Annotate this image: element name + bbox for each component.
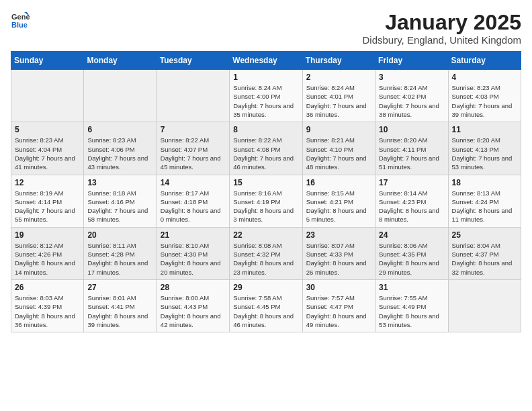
day-info: Sunrise: 8:24 AM Sunset: 4:02 PM Dayligh… — [379, 83, 444, 119]
calendar-day-cell: 22Sunrise: 8:08 AM Sunset: 4:32 PM Dayli… — [230, 227, 302, 279]
calendar-day-cell — [157, 70, 229, 122]
calendar-day-cell: 17Sunrise: 8:14 AM Sunset: 4:23 PM Dayli… — [375, 175, 448, 227]
day-number: 30 — [306, 283, 371, 292]
day-number: 22 — [233, 230, 298, 240]
day-info: Sunrise: 7:58 AM Sunset: 4:45 PM Dayligh… — [233, 293, 298, 329]
day-number: 21 — [161, 230, 226, 240]
calendar-day-cell: 21Sunrise: 8:10 AM Sunset: 4:30 PM Dayli… — [157, 227, 229, 279]
calendar-day-cell: 31Sunrise: 7:55 AM Sunset: 4:49 PM Dayli… — [375, 279, 448, 332]
logo-icon: General Blue — [11, 11, 30, 30]
day-info: Sunrise: 7:57 AM Sunset: 4:47 PM Dayligh… — [306, 293, 371, 329]
day-number: 14 — [161, 178, 226, 187]
calendar-day-cell: 26Sunrise: 8:03 AM Sunset: 4:39 PM Dayli… — [11, 279, 84, 332]
day-number: 17 — [379, 178, 444, 187]
location: Didsbury, England, United Kingdom — [362, 34, 521, 46]
day-number: 3 — [379, 73, 444, 82]
day-number: 4 — [452, 73, 517, 82]
calendar-day-cell: 14Sunrise: 8:17 AM Sunset: 4:18 PM Dayli… — [157, 175, 229, 227]
calendar-day-cell: 24Sunrise: 8:06 AM Sunset: 4:35 PM Dayli… — [375, 227, 448, 279]
day-number: 27 — [87, 283, 152, 292]
day-info: Sunrise: 8:23 AM Sunset: 4:03 PM Dayligh… — [452, 83, 517, 119]
day-number: 31 — [379, 283, 444, 292]
day-number: 29 — [233, 283, 298, 292]
day-info: Sunrise: 8:06 AM Sunset: 4:35 PM Dayligh… — [379, 241, 444, 277]
day-info: Sunrise: 8:08 AM Sunset: 4:32 PM Dayligh… — [233, 241, 298, 277]
calendar-day-cell: 3Sunrise: 8:24 AM Sunset: 4:02 PM Daylig… — [375, 70, 448, 122]
calendar-day-cell: 25Sunrise: 8:04 AM Sunset: 4:37 PM Dayli… — [448, 227, 521, 279]
logo: General Blue — [11, 11, 30, 30]
month-title: January 2025 — [362, 11, 521, 34]
day-number: 20 — [87, 230, 152, 240]
day-info: Sunrise: 8:14 AM Sunset: 4:23 PM Dayligh… — [379, 189, 444, 224]
day-number: 5 — [15, 125, 80, 134]
day-of-week-header: Tuesday — [157, 52, 229, 70]
day-of-week-header: Wednesday — [230, 52, 302, 70]
day-number: 8 — [233, 125, 298, 134]
day-info: Sunrise: 8:24 AM Sunset: 4:00 PM Dayligh… — [233, 83, 298, 119]
calendar-day-cell — [84, 70, 157, 122]
calendar-day-cell: 12Sunrise: 8:19 AM Sunset: 4:14 PM Dayli… — [11, 175, 84, 227]
day-info: Sunrise: 8:16 AM Sunset: 4:19 PM Dayligh… — [233, 189, 298, 224]
calendar-week-row: 5Sunrise: 8:23 AM Sunset: 4:04 PM Daylig… — [11, 122, 521, 175]
day-number: 16 — [306, 178, 371, 187]
calendar-day-cell: 27Sunrise: 8:01 AM Sunset: 4:41 PM Dayli… — [84, 279, 157, 332]
calendar-day-cell: 18Sunrise: 8:13 AM Sunset: 4:24 PM Dayli… — [448, 175, 521, 227]
day-info: Sunrise: 8:23 AM Sunset: 4:06 PM Dayligh… — [87, 136, 152, 171]
day-info: Sunrise: 8:10 AM Sunset: 4:30 PM Dayligh… — [161, 241, 226, 277]
day-of-week-header: Monday — [84, 52, 157, 70]
day-info: Sunrise: 8:19 AM Sunset: 4:14 PM Dayligh… — [15, 189, 80, 224]
day-info: Sunrise: 8:18 AM Sunset: 4:16 PM Dayligh… — [87, 189, 152, 224]
calendar-day-cell: 29Sunrise: 7:58 AM Sunset: 4:45 PM Dayli… — [230, 279, 302, 332]
day-info: Sunrise: 8:11 AM Sunset: 4:28 PM Dayligh… — [87, 241, 152, 277]
day-info: Sunrise: 8:20 AM Sunset: 4:13 PM Dayligh… — [452, 136, 517, 171]
calendar-week-row: 12Sunrise: 8:19 AM Sunset: 4:14 PM Dayli… — [11, 175, 521, 227]
day-number: 24 — [379, 230, 444, 240]
calendar-day-cell: 28Sunrise: 8:00 AM Sunset: 4:43 PM Dayli… — [157, 279, 229, 332]
day-number: 1 — [233, 73, 298, 82]
day-number: 10 — [379, 125, 444, 134]
calendar-week-row: 19Sunrise: 8:12 AM Sunset: 4:26 PM Dayli… — [11, 227, 521, 279]
day-of-week-header: Saturday — [448, 52, 521, 70]
calendar-day-cell: 5Sunrise: 8:23 AM Sunset: 4:04 PM Daylig… — [11, 122, 84, 175]
title-area: January 2025 Didsbury, England, United K… — [362, 11, 521, 46]
day-info: Sunrise: 8:03 AM Sunset: 4:39 PM Dayligh… — [15, 293, 80, 329]
day-number: 2 — [306, 73, 371, 82]
calendar-day-cell: 15Sunrise: 8:16 AM Sunset: 4:19 PM Dayli… — [230, 175, 302, 227]
calendar-day-cell: 11Sunrise: 8:20 AM Sunset: 4:13 PM Dayli… — [448, 122, 521, 175]
day-info: Sunrise: 8:04 AM Sunset: 4:37 PM Dayligh… — [452, 241, 517, 277]
day-info: Sunrise: 7:55 AM Sunset: 4:49 PM Dayligh… — [379, 293, 444, 329]
day-number: 26 — [15, 283, 80, 292]
day-info: Sunrise: 8:01 AM Sunset: 4:41 PM Dayligh… — [87, 293, 152, 329]
day-number: 15 — [233, 178, 298, 187]
calendar-table: SundayMondayTuesdayWednesdayThursdayFrid… — [11, 51, 521, 332]
day-number: 18 — [452, 178, 517, 187]
calendar-day-cell — [448, 279, 521, 332]
day-info: Sunrise: 8:22 AM Sunset: 4:07 PM Dayligh… — [161, 136, 226, 171]
day-info: Sunrise: 8:12 AM Sunset: 4:26 PM Dayligh… — [15, 241, 80, 277]
day-number: 25 — [452, 230, 517, 240]
day-info: Sunrise: 8:07 AM Sunset: 4:33 PM Dayligh… — [306, 241, 371, 277]
calendar-day-cell: 4Sunrise: 8:23 AM Sunset: 4:03 PM Daylig… — [448, 70, 521, 122]
calendar-day-cell: 7Sunrise: 8:22 AM Sunset: 4:07 PM Daylig… — [157, 122, 229, 175]
day-number: 13 — [87, 178, 152, 187]
day-number: 19 — [15, 230, 80, 240]
calendar-day-cell: 1Sunrise: 8:24 AM Sunset: 4:00 PM Daylig… — [230, 70, 302, 122]
calendar-day-cell: 20Sunrise: 8:11 AM Sunset: 4:28 PM Dayli… — [84, 227, 157, 279]
day-number: 23 — [306, 230, 371, 240]
header: General Blue January 2025 Didsbury, Engl… — [11, 11, 521, 46]
calendar-day-cell: 9Sunrise: 8:21 AM Sunset: 4:10 PM Daylig… — [302, 122, 375, 175]
day-number: 28 — [161, 283, 226, 292]
day-number: 7 — [161, 125, 226, 134]
day-info: Sunrise: 8:17 AM Sunset: 4:18 PM Dayligh… — [161, 189, 226, 224]
day-info: Sunrise: 8:20 AM Sunset: 4:11 PM Dayligh… — [379, 136, 444, 171]
day-info: Sunrise: 8:24 AM Sunset: 4:01 PM Dayligh… — [306, 83, 371, 119]
day-of-week-header: Friday — [375, 52, 448, 70]
day-number: 9 — [306, 125, 371, 134]
calendar-day-cell: 30Sunrise: 7:57 AM Sunset: 4:47 PM Dayli… — [302, 279, 375, 332]
day-info: Sunrise: 8:00 AM Sunset: 4:43 PM Dayligh… — [161, 293, 226, 329]
day-info: Sunrise: 8:22 AM Sunset: 4:08 PM Dayligh… — [233, 136, 298, 171]
day-info: Sunrise: 8:21 AM Sunset: 4:10 PM Dayligh… — [306, 136, 371, 171]
day-info: Sunrise: 8:13 AM Sunset: 4:24 PM Dayligh… — [452, 189, 517, 224]
svg-text:Blue: Blue — [11, 21, 28, 29]
calendar-day-cell: 16Sunrise: 8:15 AM Sunset: 4:21 PM Dayli… — [302, 175, 375, 227]
